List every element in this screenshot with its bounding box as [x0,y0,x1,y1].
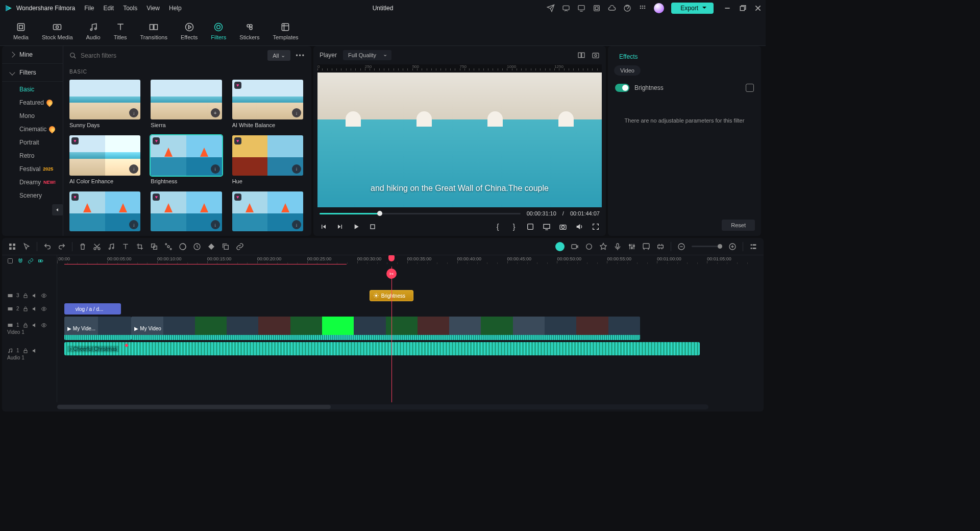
filter-thumb[interactable] [232,191,303,231]
download-icon[interactable] [129,164,138,174]
category-scenery[interactable]: Scenery [19,192,63,199]
video-clip-1[interactable]: ▶ My Vide... [64,317,131,340]
mute-icon[interactable] [32,306,38,312]
device-icon[interactable] [642,243,650,251]
text-tool-icon[interactable] [121,243,130,251]
clip-settings-icon[interactable] [526,223,534,231]
cloud-icon[interactable] [608,4,616,12]
filter-thumb[interactable] [69,80,140,119]
download-icon[interactable] [292,220,301,229]
filter-thumb[interactable] [232,135,303,175]
preview-viewport[interactable]: and hiking on the Great Wall of China.Th… [317,73,602,207]
grid-icon[interactable] [8,243,16,251]
tab-stickers[interactable]: Stickers [239,22,259,40]
collapse-sidebar-button[interactable] [52,204,63,215]
menu-help[interactable]: Help [169,5,182,12]
stop-icon[interactable] [369,223,377,231]
support-icon[interactable] [623,4,631,12]
brightness-effect-clip[interactable]: Brightness [370,290,413,301]
sidebar-filters[interactable]: Filters [2,64,63,82]
zoom-out-icon[interactable] [677,243,685,251]
visibility-icon[interactable] [41,306,47,312]
tab-effects[interactable]: Effects [181,22,198,40]
download-icon[interactable] [211,108,220,117]
tab-audio[interactable]: Audio [86,22,101,40]
lock-icon[interactable] [22,293,29,299]
menu-edit[interactable]: Edit [104,5,114,12]
category-cinematic[interactable]: Cinematic [19,126,63,133]
export-button[interactable]: Export [671,3,714,14]
favorite-icon[interactable] [71,194,79,201]
group-icon[interactable] [150,243,158,251]
maximize-icon[interactable] [739,5,746,12]
filter-thumb[interactable] [69,191,140,231]
quality-dropdown[interactable]: Full Quality [343,50,391,60]
tab-filters[interactable]: Filters [211,22,226,40]
cut-icon[interactable] [93,243,101,251]
snapshot-icon[interactable] [592,51,600,59]
audio-clip[interactable]: ♪ Cheerful Christmas ◆ [64,342,700,355]
marker-icon[interactable]: ◆ [125,342,130,347]
category-featured[interactable]: Featured [19,99,63,106]
timeline-scrollbar[interactable] [57,404,708,409]
reset-button[interactable]: Reset [722,220,755,231]
mixer-icon[interactable] [628,243,636,251]
category-mono[interactable]: Mono [19,112,63,119]
lock-icon[interactable] [22,306,29,312]
mute-icon[interactable] [32,348,38,354]
camera-icon[interactable] [559,223,567,231]
tab-transitions[interactable]: Transitions [140,22,167,40]
green-screen-icon[interactable] [555,242,565,251]
volume-icon[interactable] [575,223,583,231]
favorite-icon[interactable] [234,82,241,89]
download-icon[interactable] [129,108,138,117]
timeline-ruler[interactable]: :00:0000:00:05:0000:00:10:0000:00:15:000… [57,255,764,267]
zoom-slider[interactable] [692,246,722,247]
mic-icon[interactable] [614,243,622,251]
menu-file[interactable]: File [84,5,94,12]
menu-view[interactable]: View [146,5,160,12]
favorite-icon[interactable] [153,137,160,144]
filter-thumb[interactable] [151,191,222,231]
unlink-icon[interactable] [236,243,244,251]
filter-thumb[interactable] [69,135,140,175]
circle-icon[interactable] [585,243,593,251]
color-icon[interactable] [179,243,187,251]
tab-media[interactable]: Media [13,22,29,40]
video-subtab[interactable]: Video [614,65,641,76]
send-icon[interactable] [547,4,555,12]
prev-frame-icon[interactable] [320,223,328,231]
category-festival[interactable]: Festival2025 [19,165,63,173]
delete-icon[interactable] [79,243,87,251]
play-icon[interactable] [352,223,360,231]
screen-icon[interactable] [577,4,585,12]
download-icon[interactable] [292,108,301,117]
filter-settings-icon[interactable] [746,84,754,92]
category-retro[interactable]: Retro [19,152,63,159]
lock-icon[interactable] [22,348,29,354]
menu-tools[interactable]: Tools [123,5,137,12]
history-icon[interactable] [593,4,601,12]
fit-icon[interactable] [656,243,665,251]
mark-out-icon[interactable]: } [510,223,518,231]
pointer-icon[interactable] [22,243,31,251]
ripple-icon[interactable] [38,258,44,264]
brightness-toggle[interactable] [615,84,629,92]
apps-icon[interactable] [639,4,647,12]
link-icon[interactable] [28,258,34,264]
next-frame-icon[interactable] [336,223,344,231]
track-manage-icon[interactable] [7,258,13,264]
more-options-icon[interactable]: ••• [296,52,305,59]
undo-icon[interactable] [43,243,52,251]
favorite-icon[interactable] [234,137,241,144]
speed-icon[interactable] [193,243,201,251]
compare-view-icon[interactable] [577,51,585,59]
minimize-icon[interactable] [724,5,731,12]
record-icon[interactable] [571,243,579,251]
progress-bar[interactable] [320,213,521,214]
keyframe-icon[interactable] [207,243,215,251]
download-icon[interactable] [211,164,220,174]
filter-all-dropdown[interactable]: All⌄ [267,50,290,61]
list-view-icon[interactable] [749,243,757,251]
category-portrait[interactable]: Portrait [19,139,63,146]
